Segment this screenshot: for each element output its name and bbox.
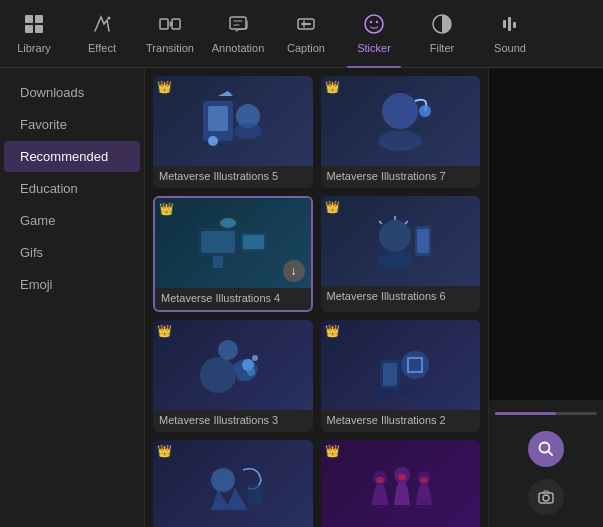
svg-rect-6 — [172, 19, 180, 29]
toolbar-caption[interactable]: Caption — [272, 4, 340, 64]
svg-point-23 — [419, 105, 431, 117]
svg-point-56 — [543, 495, 549, 501]
sidebar-item-emoji[interactable]: Emoji — [4, 269, 140, 300]
sticker-label-metaverse3: Metaverse Illustrations 3 — [153, 410, 313, 432]
sticker-label-metaverse2: Metaverse Illustrations 2 — [321, 410, 481, 432]
svg-point-38 — [247, 368, 255, 376]
svg-point-37 — [252, 355, 258, 361]
sticker-item-metaverse1[interactable]: 👑 Metaverse Illustrations 1 — [153, 440, 313, 527]
main-area: Downloads Favorite Recommended Education… — [0, 68, 603, 527]
svg-point-21 — [382, 93, 418, 129]
sidebar: Downloads Favorite Recommended Education… — [0, 68, 145, 527]
svg-rect-2 — [25, 25, 33, 33]
svg-rect-1 — [35, 15, 43, 23]
sticker-icon — [363, 13, 385, 38]
sticker-thumb-maskman: 👑 — [321, 440, 481, 527]
toolbar-annotation-label: Annotation — [212, 42, 265, 54]
crown-icon-metaverse1: 👑 — [157, 444, 172, 458]
svg-point-43 — [211, 468, 235, 492]
sticker-thumb-metaverse6: 👑 — [321, 196, 481, 286]
sticker-thumb-metaverse1: 👑 — [153, 440, 313, 527]
timeline-fill — [495, 412, 557, 415]
sidebar-item-favorite[interactable]: Favorite — [4, 109, 140, 140]
sticker-item-metaverse4[interactable]: 👑 ↓ Metaverse Illustrations 4 — [153, 196, 313, 312]
toolbar-library[interactable]: Library — [0, 4, 68, 64]
svg-rect-7 — [230, 17, 246, 29]
sound-icon — [499, 13, 521, 38]
crown-icon-metaverse7: 👑 — [325, 80, 340, 94]
svg-point-9 — [365, 15, 383, 33]
sidebar-item-game[interactable]: Game — [4, 205, 140, 236]
toolbar-annotation[interactable]: Annotation — [204, 4, 272, 64]
crown-icon-metaverse2: 👑 — [325, 324, 340, 338]
toolbar-filter-label: Filter — [430, 42, 454, 54]
svg-point-53 — [420, 477, 428, 483]
caption-icon — [295, 13, 317, 38]
svg-rect-24 — [385, 131, 415, 146]
sticker-label-metaverse5: Metaverse Illustrations 5 — [153, 166, 313, 188]
timeline-bar — [495, 412, 598, 415]
toolbar-sticker-label: Sticker — [357, 42, 391, 54]
sticker-thumb-metaverse3: 👑 — [153, 320, 313, 410]
svg-point-20 — [208, 136, 218, 146]
toolbar-transition-label: Transition — [146, 42, 194, 54]
svg-point-51 — [376, 477, 384, 483]
svg-rect-40 — [383, 363, 397, 387]
sidebar-item-gifs[interactable]: Gifs — [4, 237, 140, 268]
sticker-item-metaverse5[interactable]: 👑 Metaverse Illustrations 5 — [153, 76, 313, 188]
sidebar-item-downloads[interactable]: Downloads — [4, 77, 140, 108]
toolbar-caption-label: Caption — [287, 42, 325, 54]
sticker-label-metaverse4: Metaverse Illustrations 4 — [155, 288, 311, 310]
library-icon — [23, 13, 45, 38]
sticker-label-metaverse7: Metaverse Illustrations 7 — [321, 166, 481, 188]
svg-rect-17 — [208, 106, 228, 131]
svg-rect-15 — [513, 22, 516, 28]
svg-point-30 — [379, 220, 411, 252]
sticker-item-maskman[interactable]: 👑 — [321, 440, 481, 527]
svg-rect-33 — [417, 229, 429, 253]
sticker-label-metaverse6: Metaverse Illustrations 6 — [321, 286, 481, 308]
svg-point-11 — [376, 21, 378, 23]
svg-rect-13 — [503, 20, 506, 28]
sticker-grid-area: 👑 Metaverse Illustrations 5 👑 — [145, 68, 488, 527]
svg-point-41 — [401, 351, 429, 379]
search-button[interactable] — [528, 431, 564, 467]
download-icon-metaverse4[interactable]: ↓ — [283, 260, 305, 282]
right-panel — [488, 68, 603, 527]
toolbar-transition[interactable]: Transition — [136, 4, 204, 64]
sticker-item-metaverse6[interactable]: 👑 Metaverse Illustrations 6 — [321, 196, 481, 312]
svg-point-35 — [218, 340, 238, 360]
toolbar-sticker[interactable]: Sticker — [340, 4, 408, 64]
transition-icon — [159, 13, 181, 38]
crown-icon-metaverse3: 👑 — [157, 324, 172, 338]
svg-rect-26 — [201, 231, 235, 253]
sticker-thumb-metaverse7: 👑 — [321, 76, 481, 166]
crown-icon-maskman: 👑 — [325, 444, 340, 458]
svg-point-52 — [398, 474, 406, 480]
svg-rect-3 — [35, 25, 43, 33]
filter-icon — [431, 13, 453, 38]
crown-icon-metaverse4: 👑 — [159, 202, 174, 216]
sticker-item-metaverse2[interactable]: 👑 Metaverse Illustrations 2 — [321, 320, 481, 432]
svg-point-29 — [220, 218, 236, 228]
annotation-icon — [227, 13, 249, 38]
crown-icon-metaverse6: 👑 — [325, 200, 340, 214]
toolbar-filter[interactable]: Filter — [408, 4, 476, 64]
toolbar-effect[interactable]: Effect — [68, 4, 136, 64]
preview-area — [489, 68, 603, 400]
toolbar-sound[interactable]: Sound — [476, 4, 544, 64]
sticker-item-metaverse3[interactable]: 👑 Metaverse Illustrations 3 — [153, 320, 313, 432]
svg-point-34 — [200, 357, 236, 393]
sticker-item-metaverse7[interactable]: 👑 Metaverse Illustrations 7 — [321, 76, 481, 188]
toolbar: Library Effect Transition — [0, 0, 603, 68]
effect-icon — [91, 13, 113, 38]
crown-icon-metaverse5: 👑 — [157, 80, 172, 94]
sticker-thumb-metaverse5: 👑 — [153, 76, 313, 166]
svg-point-31 — [377, 251, 413, 269]
sidebar-item-recommended[interactable]: Recommended — [4, 141, 140, 172]
sticker-thumb-metaverse2: 👑 — [321, 320, 481, 410]
sticker-thumb-metaverse4: 👑 ↓ — [155, 198, 311, 288]
sidebar-item-education[interactable]: Education — [4, 173, 140, 204]
sticker-grid: 👑 Metaverse Illustrations 5 👑 — [153, 76, 480, 527]
camera-button[interactable] — [528, 479, 564, 515]
